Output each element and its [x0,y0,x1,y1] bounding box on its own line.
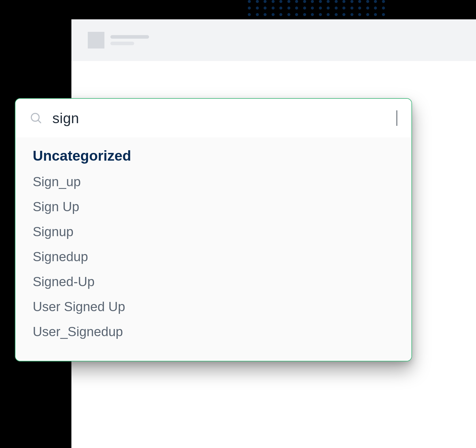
result-item[interactable]: Sign Up [33,194,394,219]
search-results: Uncategorized Sign_up Sign Up Signup Sig… [15,137,411,361]
search-input[interactable]: sign [52,110,397,126]
text-caret [397,110,397,126]
results-category-heading: Uncategorized [33,148,394,164]
result-item[interactable]: Sign_up [33,169,394,194]
result-item[interactable]: User Signed Up [33,294,394,319]
search-row[interactable]: sign [15,99,411,137]
result-item[interactable]: Signup [33,219,394,244]
logo-placeholder [88,32,104,48]
result-item[interactable]: Signed-Up [33,269,394,294]
svg-line-1 [38,120,41,123]
result-item[interactable]: User_Signedup [33,319,394,344]
result-item[interactable]: Signedup [33,244,394,269]
search-icon [30,112,42,124]
app-header-placeholder [71,19,476,61]
search-dropdown: sign Uncategorized Sign_up Sign Up Signu… [15,98,412,361]
title-placeholder [110,35,149,45]
